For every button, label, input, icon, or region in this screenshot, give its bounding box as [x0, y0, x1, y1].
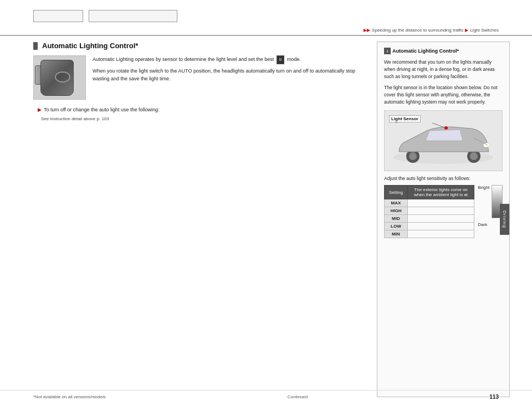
info-para-1: We recommend that you turn on the lights… — [384, 59, 503, 80]
setting-min: MIN — [385, 230, 408, 238]
bullet-text: To turn off or change the auto light use… — [44, 106, 159, 114]
top-nav — [0, 0, 532, 28]
steer-ring — [55, 71, 70, 83]
adjust-text: Adjust the auto light sensitivity as fol… — [384, 176, 503, 182]
table-row: MID — [385, 215, 474, 223]
bullet-item: ▶ To turn off or change the auto light u… — [38, 106, 362, 114]
light-sensor-label: Light Sensor — [389, 115, 421, 122]
page-container: ▶▶ Speeding up the distance to surroundi… — [0, 0, 532, 411]
table-row: LOW — [385, 223, 474, 230]
right-info-box: Driving i Automatic Lighting Control* We… — [377, 42, 510, 397]
svg-line-8 — [432, 123, 446, 128]
footer-chapter: Continued — [288, 394, 308, 399]
col-ambient-header: The exterior lights come on when the amb… — [407, 186, 474, 199]
sub-note: See instruction detail above p. 103 — [41, 116, 362, 122]
info-para-2: The light sensor is in the location show… — [384, 84, 503, 105]
bright-dark-labels: Bright Dark — [474, 185, 489, 227]
value-mid — [407, 215, 474, 223]
dark-label: Dark — [478, 222, 489, 227]
setting-high: HIGH — [385, 207, 408, 215]
body-with-image: Automatic Lighting operates by sensor to… — [33, 55, 362, 104]
title-bar-decoration — [33, 42, 38, 50]
table-row: HIGH — [385, 207, 474, 215]
bright-label: Bright — [478, 185, 489, 190]
body-text-block: Automatic Lighting operates by sensor to… — [93, 55, 362, 86]
setting-mid: MID — [385, 215, 408, 223]
steer-illustration — [35, 57, 85, 99]
body-text-2: When you rotate the light switch to the … — [93, 68, 362, 83]
nav-button-1[interactable] — [33, 10, 83, 22]
body-text-1: Automatic Lighting operates by sensor to… — [93, 55, 362, 64]
breadcrumb-part-2: Light Switches — [470, 28, 499, 33]
section-title: Automatic Lighting Control* — [33, 42, 362, 50]
col-setting-header: Setting — [385, 186, 408, 199]
svg-point-4 — [470, 152, 478, 160]
side-tab: Driving — [500, 204, 509, 235]
svg-point-2 — [409, 152, 417, 160]
table-row: MIN — [385, 230, 474, 238]
value-max — [407, 199, 474, 207]
left-col: Automatic Lighting Control* Automatic Li — [33, 42, 368, 397]
bullet-arrow-icon: ▶ — [38, 107, 42, 112]
value-low — [407, 223, 474, 230]
setting-max: MAX — [385, 199, 408, 207]
breadcrumb-arrow-icon: ▶▶ — [364, 28, 370, 33]
steer-body — [40, 60, 74, 96]
mode-icon: II — [277, 55, 284, 64]
sensitivity-table-wrapper: Setting The exterior lights come on when… — [384, 185, 503, 238]
sensitivity-table: Setting The exterior lights come on when… — [384, 185, 474, 238]
main-content: Automatic Lighting Control* Automatic Li — [0, 42, 532, 397]
footer-page-number: 113 — [489, 394, 499, 400]
footer: *Not available on all versions/models Co… — [0, 390, 532, 400]
footer-note: *Not available on all versions/models — [33, 394, 106, 399]
value-min — [407, 230, 474, 238]
nav-button-2[interactable] — [89, 10, 177, 22]
breadcrumb: ▶▶ Speeding up the distance to surroundi… — [0, 28, 532, 36]
car-illustration: Light Sensor — [384, 110, 503, 171]
breadcrumb-sep-icon: ▶ — [465, 28, 468, 33]
steering-column-image — [33, 55, 86, 100]
table-row: MAX — [385, 199, 474, 207]
info-box-title: i Automatic Lighting Control* — [384, 48, 503, 54]
setting-low: LOW — [385, 223, 408, 230]
value-high — [407, 207, 474, 215]
info-icon: i — [384, 48, 391, 54]
section-title-text: Automatic Lighting Control* — [42, 42, 138, 50]
breadcrumb-part-1: Speeding up the distance to surrounding … — [372, 28, 463, 33]
